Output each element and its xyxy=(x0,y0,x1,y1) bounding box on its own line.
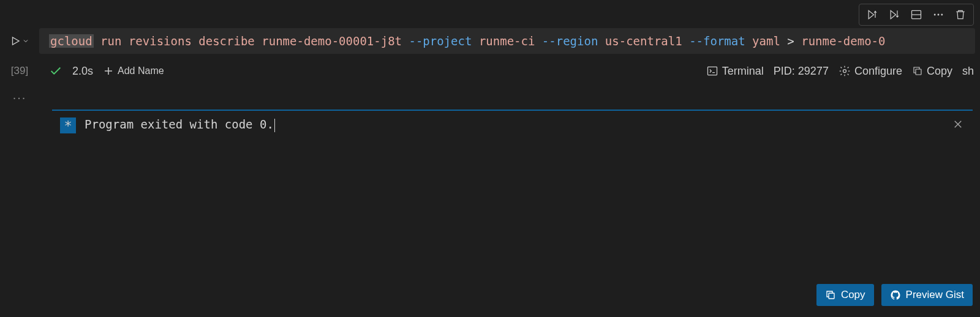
terminal-label: Terminal xyxy=(722,65,764,78)
svg-rect-5 xyxy=(707,67,717,75)
terminal-button[interactable]: Terminal xyxy=(706,65,764,78)
copy-command-button[interactable]: Copy xyxy=(912,65,952,78)
configure-button[interactable]: Configure xyxy=(839,65,902,78)
copy-output-button[interactable]: Copy xyxy=(816,284,874,306)
success-check-icon xyxy=(49,64,62,78)
execute-below-button[interactable] xyxy=(884,6,905,24)
svg-point-6 xyxy=(843,70,846,73)
cell-index-label: [39] xyxy=(0,65,39,77)
cell-toolbar xyxy=(859,4,974,26)
add-name-button[interactable]: Add Name xyxy=(103,65,164,76)
code-cell-row: gcloud run revisions describe runme-demo… xyxy=(0,24,980,58)
add-name-label: Add Name xyxy=(118,65,164,76)
code-arg: run xyxy=(100,34,121,48)
svg-rect-7 xyxy=(916,69,921,75)
shell-label: sh xyxy=(962,65,974,78)
code-flag: --region xyxy=(542,34,598,48)
code-flag-value: runme-ci xyxy=(479,34,535,48)
code-arg: runme-demo-00001-j8t xyxy=(262,34,402,48)
output-panel[interactable]: * Program exited with code 0. xyxy=(52,110,973,111)
code-output-target: runme-demo-0 xyxy=(801,34,885,48)
preview-gist-label: Preview Gist xyxy=(906,289,964,301)
code-flag: --format xyxy=(689,34,745,48)
pid-label: PID: 29277 xyxy=(774,65,829,78)
run-cell-button[interactable] xyxy=(0,35,39,47)
copy-output-label: Copy xyxy=(841,289,865,301)
copy-label: Copy xyxy=(927,65,952,78)
svg-point-4 xyxy=(941,14,943,16)
duration-label: 2.0s xyxy=(72,65,93,78)
code-command: gcloud xyxy=(49,34,94,48)
svg-point-3 xyxy=(938,14,940,16)
code-flag: --project xyxy=(409,34,472,48)
svg-rect-8 xyxy=(829,293,834,299)
configure-label: Configure xyxy=(854,65,902,78)
output-badge: * xyxy=(60,117,76,133)
output-actions: Copy Preview Gist xyxy=(816,284,973,306)
cell-output-menu[interactable]: ··· xyxy=(0,84,39,105)
code-flag-value: us-central1 xyxy=(605,34,682,48)
preview-gist-button[interactable]: Preview Gist xyxy=(881,284,973,306)
svg-point-2 xyxy=(934,14,936,16)
close-output-button[interactable] xyxy=(952,119,963,130)
code-flag-value: yaml xyxy=(752,34,780,48)
output-text: Program exited with code 0. xyxy=(85,117,275,132)
code-arg: describe xyxy=(198,34,255,48)
code-arg: revisions xyxy=(129,34,192,48)
split-cell-button[interactable] xyxy=(906,6,927,24)
delete-cell-button[interactable] xyxy=(950,6,971,24)
more-actions-button[interactable] xyxy=(928,6,949,24)
cell-status-bar: [39] 2.0s Add Name Terminal PID: 29277 C… xyxy=(0,58,980,84)
code-input[interactable]: gcloud run revisions describe runme-demo… xyxy=(39,28,975,54)
execute-above-button[interactable] xyxy=(862,6,883,24)
code-redirect: > xyxy=(787,34,794,48)
